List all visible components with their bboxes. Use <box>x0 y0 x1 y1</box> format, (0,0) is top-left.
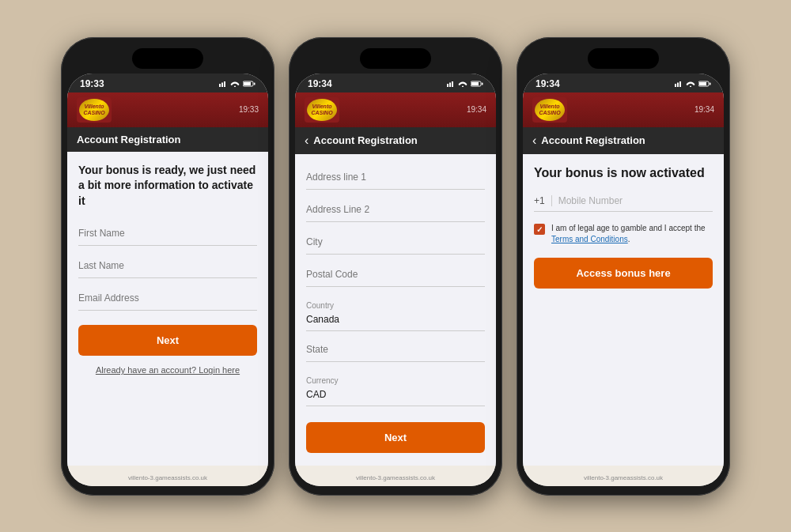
header-time-2: 19:34 <box>467 105 486 114</box>
screen-2: 19:34 VillentoCASINO 19:34 ‹ Ac <box>295 74 496 486</box>
login-link[interactable]: Already have an account? Login here <box>78 365 257 375</box>
header-time-3: 19:34 <box>694 105 714 114</box>
terms-row: ✓ I am of legal age to gamble and I acce… <box>534 223 713 245</box>
country-value: Canada <box>306 314 339 325</box>
status-icons-1 <box>219 81 255 87</box>
url-3: villento-3.gameassists.co.uk <box>584 474 663 481</box>
dynamic-island-3 <box>588 48 659 69</box>
header-time-1: 19:33 <box>239 105 259 114</box>
status-time-2: 19:34 <box>308 78 332 89</box>
address1-input[interactable] <box>306 165 485 190</box>
logo-1: VillentoCASINO <box>77 97 112 123</box>
check-icon: ✓ <box>536 225 543 234</box>
svg-rect-0 <box>219 84 221 87</box>
page-header-3: ‹ Account Registration <box>523 127 724 154</box>
svg-rect-9 <box>452 81 453 87</box>
terms-text: I am of legal age to gamble and I accept… <box>551 223 713 245</box>
svg-rect-16 <box>679 81 681 87</box>
state-input[interactable] <box>306 338 485 362</box>
bonus-title: Your bonus is now activated <box>534 165 713 182</box>
screen-3: 19:34 VillentoCASINO 19:34 ‹ Ac <box>523 74 724 486</box>
svg-rect-12 <box>471 82 479 85</box>
svg-rect-8 <box>449 82 451 87</box>
page-header-2: ‹ Account Registration <box>295 127 496 154</box>
svg-rect-1 <box>221 82 223 87</box>
next-button-2[interactable]: Next <box>306 422 485 453</box>
status-time-3: 19:34 <box>536 78 560 89</box>
content-1: Your bonus is ready, we just need a bit … <box>67 152 268 466</box>
app-header-2: VillentoCASINO 19:34 <box>295 92 496 127</box>
logo-3: VillentoCASINO <box>532 97 567 123</box>
status-bar-3: 19:34 <box>523 74 724 92</box>
postal-input[interactable] <box>306 262 485 287</box>
url-1: villento-3.gameassists.co.uk <box>128 474 207 481</box>
page-title-2: Account Registration <box>313 134 417 146</box>
url-2: villento-3.gameassists.co.uk <box>356 474 435 481</box>
last-name-input[interactable] <box>78 254 257 278</box>
phone-body-2: 19:34 VillentoCASINO 19:34 ‹ Ac <box>289 37 502 496</box>
phone-body-3: 19:34 VillentoCASINO 19:34 ‹ Ac <box>517 37 730 496</box>
page-title-1: Account Registration <box>77 134 180 145</box>
svg-point-17 <box>690 85 691 87</box>
svg-rect-13 <box>482 82 483 85</box>
city-input[interactable] <box>306 230 485 255</box>
svg-rect-14 <box>675 84 676 87</box>
access-bonus-button[interactable]: Access bonus here <box>534 258 713 289</box>
back-button-3[interactable]: ‹ <box>532 134 536 148</box>
address2-input[interactable] <box>306 198 485 222</box>
terms-link[interactable]: Terms and Conditions <box>551 235 628 243</box>
svg-rect-7 <box>447 84 448 87</box>
svg-rect-15 <box>677 82 679 87</box>
svg-rect-5 <box>244 82 251 85</box>
content-2: Country Canada Currency CAD Next <box>295 154 496 466</box>
status-time-1: 19:33 <box>80 78 104 89</box>
email-input[interactable] <box>78 286 257 311</box>
status-bar-2: 19:34 <box>295 74 496 92</box>
app-header-1: VillentoCASINO 19:33 <box>67 92 268 127</box>
country-label: Country <box>306 301 485 310</box>
svg-point-10 <box>462 85 464 87</box>
currency-label: Currency <box>306 376 485 385</box>
first-name-input[interactable] <box>78 221 257 246</box>
dynamic-island-2 <box>360 48 431 69</box>
phone-1: 19:33 VillentoCASINO 19:33 Account Regi <box>61 37 274 496</box>
svg-point-3 <box>234 85 236 87</box>
logo-2: VillentoCASINO <box>305 97 339 123</box>
app-header-3: VillentoCASINO 19:34 <box>523 92 724 127</box>
status-icons-2 <box>447 81 483 87</box>
next-button-1[interactable]: Next <box>78 325 257 356</box>
svg-rect-2 <box>224 81 225 87</box>
bottom-bar-2: villento-3.gameassists.co.uk <box>295 466 496 486</box>
phone-2: 19:34 VillentoCASINO 19:34 ‹ Ac <box>289 37 502 496</box>
phone-input-row: +1 Mobile Number <box>534 195 713 212</box>
phone-3: 19:34 VillentoCASINO 19:34 ‹ Ac <box>517 37 730 496</box>
bottom-bar-1: villento-3.gameassists.co.uk <box>67 466 268 486</box>
svg-rect-20 <box>710 82 711 85</box>
terms-checkbox[interactable]: ✓ <box>534 224 545 235</box>
promo-text-1: Your bonus is ready, we just need a bit … <box>78 163 257 209</box>
page-title-3: Account Registration <box>541 134 645 146</box>
status-icons-3 <box>675 81 711 87</box>
dynamic-island-1 <box>132 48 203 69</box>
back-button-2[interactable]: ‹ <box>305 134 308 148</box>
currency-value: CAD <box>306 389 326 400</box>
content-3: Your bonus is now activated +1 Mobile Nu… <box>523 154 724 466</box>
svg-rect-6 <box>254 82 255 85</box>
status-bar-1: 19:33 <box>67 74 268 92</box>
phone-prefix: +1 <box>534 195 552 206</box>
page-header-1: Account Registration <box>67 127 268 152</box>
screen-1: 19:33 VillentoCASINO 19:33 Account Regi <box>67 74 268 486</box>
bottom-bar-3: villento-3.gameassists.co.uk <box>523 466 724 486</box>
svg-rect-19 <box>699 82 706 85</box>
phone-placeholder: Mobile Number <box>558 195 623 206</box>
phone-body-1: 19:33 VillentoCASINO 19:33 Account Regi <box>61 37 274 496</box>
